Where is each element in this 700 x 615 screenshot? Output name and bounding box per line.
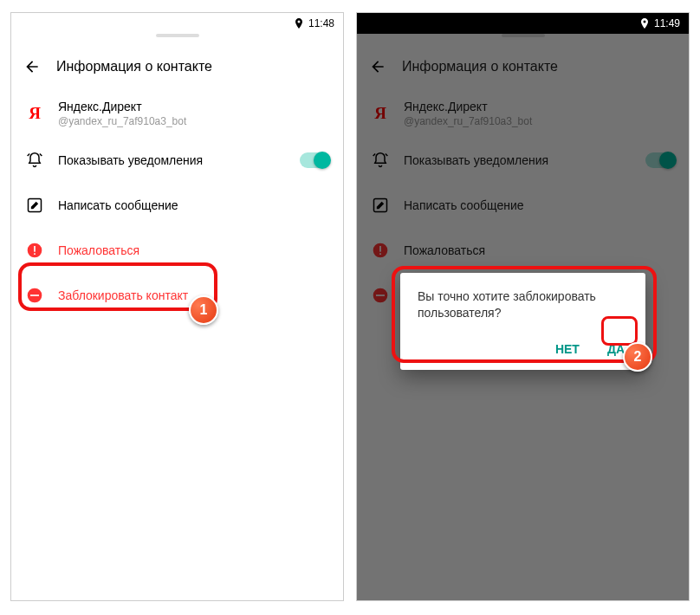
status-bar: 11:48 — [11, 13, 343, 34]
confirm-dialog: Вы точно хотите заблокировать пользовате… — [400, 273, 645, 370]
svg-line-1 — [28, 154, 30, 157]
svg-rect-5 — [34, 253, 36, 255]
annotation-badge-1: 1 — [189, 295, 218, 325]
contact-handle: @yandex_ru_7af910a3_bot — [58, 115, 186, 127]
report-row[interactable]: Пожаловаться — [11, 228, 343, 273]
location-icon — [640, 18, 649, 29]
report-label: Пожаловаться — [58, 243, 329, 257]
notifications-toggle[interactable] — [300, 152, 329, 168]
phone-screen-left: 11:48 Информация о контакте Я Яндекс.Дир… — [10, 12, 344, 601]
location-icon — [295, 18, 303, 29]
write-message-row[interactable]: Написать сообщение — [11, 183, 343, 228]
notifications-label: Показывать уведомления — [58, 153, 286, 167]
back-arrow-icon[interactable] — [23, 58, 41, 75]
svg-rect-4 — [34, 246, 36, 252]
block-contact-row[interactable]: Заблокировать контакт — [11, 273, 343, 318]
contact-row[interactable]: Я Яндекс.Директ @yandex_ru_7af910a3_bot — [11, 89, 343, 138]
grab-handle — [11, 34, 343, 44]
status-bar: 11:49 — [357, 13, 689, 34]
svg-rect-7 — [30, 295, 39, 296]
svg-line-0 — [40, 154, 42, 157]
status-time: 11:49 — [654, 17, 680, 29]
yandex-logo-icon: Я — [25, 104, 44, 123]
annotation-badge-2: 2 — [623, 342, 652, 372]
phone-screen-right: 11:49 Информация о контакте Я Яндекс.Дир… — [356, 12, 690, 601]
header: Информация о контакте — [11, 44, 343, 89]
block-icon — [25, 286, 44, 305]
bell-icon — [25, 151, 44, 170]
status-time: 11:48 — [308, 17, 334, 29]
dialog-no-button[interactable]: НЕТ — [552, 337, 583, 361]
alert-icon — [25, 241, 44, 260]
dialog-message: Вы точно хотите заблокировать пользовате… — [418, 288, 628, 321]
contact-name: Яндекс.Директ — [58, 100, 186, 113]
edit-icon — [25, 196, 44, 215]
notifications-row[interactable]: Показывать уведомления — [11, 138, 343, 183]
write-message-label: Написать сообщение — [58, 198, 329, 212]
page-title: Информация о контакте — [56, 59, 212, 74]
